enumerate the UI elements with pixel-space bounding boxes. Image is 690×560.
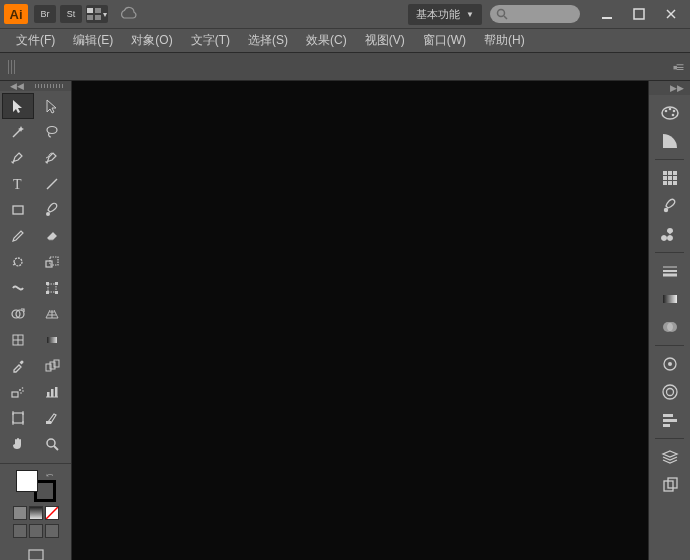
workspace-label: 基本功能 <box>416 7 460 22</box>
menu-window[interactable]: 窗口(W) <box>415 29 474 52</box>
mesh-tool[interactable] <box>2 327 34 353</box>
zoom-tool[interactable] <box>36 431 68 457</box>
menu-edit[interactable]: 编辑(E) <box>65 29 121 52</box>
close-button[interactable] <box>656 4 686 24</box>
stroke-panel-icon[interactable] <box>649 257 690 285</box>
menu-effect[interactable]: 效果(C) <box>298 29 355 52</box>
toolbox-collapse[interactable]: ◀◀ <box>0 81 71 91</box>
hand-tool[interactable] <box>2 431 34 457</box>
control-bar-handle[interactable] <box>8 60 16 74</box>
symbols-panel-icon[interactable] <box>649 220 690 248</box>
minimize-button[interactable] <box>592 4 622 24</box>
menu-help[interactable]: 帮助(H) <box>476 29 533 52</box>
blend-tool[interactable] <box>36 353 68 379</box>
menu-select[interactable]: 选择(S) <box>240 29 296 52</box>
svg-rect-42 <box>13 413 23 423</box>
right-dock-expand[interactable]: ▶▶ <box>649 81 690 95</box>
rotate-tool[interactable] <box>2 249 34 275</box>
svg-rect-28 <box>47 337 57 343</box>
menu-view[interactable]: 视图(V) <box>357 29 413 52</box>
pen-tool[interactable] <box>2 145 34 171</box>
direct-selection-tool[interactable] <box>36 93 68 119</box>
svg-rect-59 <box>673 171 677 175</box>
type-tool[interactable]: T <box>2 171 34 197</box>
svg-point-74 <box>668 362 672 366</box>
sync-settings-icon[interactable] <box>120 6 138 23</box>
scale-tool[interactable] <box>36 249 68 275</box>
curvature-pen-tool[interactable] <box>36 145 68 171</box>
svg-rect-39 <box>51 389 54 397</box>
fill-swatch[interactable] <box>16 470 38 492</box>
svg-rect-38 <box>47 392 50 397</box>
menu-file[interactable]: 文件(F) <box>8 29 63 52</box>
rectangle-tool[interactable] <box>2 197 34 223</box>
menubar: 文件(F) 编辑(E) 对象(O) 文字(T) 选择(S) 效果(C) 视图(V… <box>0 29 690 53</box>
draw-behind-button[interactable] <box>29 524 43 538</box>
shape-builder-tool[interactable] <box>2 301 34 327</box>
svg-point-55 <box>672 110 675 113</box>
app-logo: Ai <box>4 4 28 24</box>
screen-mode-button[interactable] <box>22 544 50 560</box>
draw-inside-button[interactable] <box>45 524 59 538</box>
brushes-panel-icon[interactable] <box>649 192 690 220</box>
pencil-tool[interactable] <box>2 223 34 249</box>
color-mode-button[interactable] <box>13 506 27 520</box>
canvas[interactable] <box>72 81 648 560</box>
control-bar: ▪≡ <box>0 53 690 81</box>
none-mode-button[interactable] <box>45 506 59 520</box>
gradient-panel-icon[interactable] <box>649 285 690 313</box>
svg-rect-31 <box>50 362 55 369</box>
svg-point-29 <box>21 361 24 364</box>
svg-point-36 <box>22 390 24 392</box>
artboards-panel-icon[interactable] <box>649 471 690 499</box>
svg-line-5 <box>504 16 507 19</box>
paintbrush-tool[interactable] <box>36 197 68 223</box>
menu-object[interactable]: 对象(O) <box>123 29 180 52</box>
svg-rect-78 <box>663 419 677 422</box>
toolbox: ◀◀ T <box>0 81 72 560</box>
graphic-styles-panel-icon[interactable] <box>649 378 690 406</box>
svg-text:T: T <box>13 177 22 192</box>
stock-button[interactable]: St <box>60 5 82 23</box>
gradient-mode-button[interactable] <box>29 506 43 520</box>
workspace-dropdown[interactable]: 基本功能 ▼ <box>408 4 482 25</box>
svg-rect-40 <box>55 387 58 397</box>
swatches-panel-icon[interactable] <box>649 164 690 192</box>
svg-rect-62 <box>673 176 677 180</box>
color-panel-icon[interactable] <box>649 99 690 127</box>
eyedropper-tool[interactable] <box>2 353 34 379</box>
arrange-documents-button[interactable]: ▾ <box>86 5 108 23</box>
symbol-sprayer-tool[interactable] <box>2 379 34 405</box>
line-segment-tool[interactable] <box>36 171 68 197</box>
selection-tool[interactable] <box>2 93 34 119</box>
draw-normal-button[interactable] <box>13 524 27 538</box>
appearance-panel-icon[interactable] <box>649 350 690 378</box>
menu-type[interactable]: 文字(T) <box>183 29 238 52</box>
swap-fill-stroke-icon[interactable]: ⤺ <box>46 470 54 480</box>
gradient-tool[interactable] <box>36 327 68 353</box>
lasso-tool[interactable] <box>36 119 68 145</box>
svg-point-56 <box>671 114 674 117</box>
artboard-tool[interactable] <box>2 405 34 431</box>
svg-point-37 <box>20 392 22 394</box>
transparency-panel-icon[interactable] <box>649 313 690 341</box>
width-tool[interactable] <box>2 275 34 301</box>
titlebar: Ai Br St ▾ 基本功能 ▼ <box>0 0 690 29</box>
bridge-button[interactable]: Br <box>34 5 56 23</box>
search-input[interactable] <box>490 5 580 23</box>
slice-tool[interactable] <box>36 405 68 431</box>
perspective-grid-tool[interactable] <box>36 301 68 327</box>
eraser-tool[interactable] <box>36 223 68 249</box>
control-bar-menu-icon[interactable]: ▪≡ <box>673 59 682 75</box>
svg-point-15 <box>46 212 50 216</box>
maximize-button[interactable] <box>624 4 654 24</box>
color-guide-panel-icon[interactable] <box>649 127 690 155</box>
align-panel-icon[interactable] <box>649 406 690 434</box>
layers-panel-icon[interactable] <box>649 443 690 471</box>
column-graph-tool[interactable] <box>36 379 68 405</box>
magic-wand-tool[interactable] <box>2 119 34 145</box>
svg-point-54 <box>668 108 671 111</box>
svg-rect-77 <box>663 414 673 417</box>
svg-line-10 <box>13 129 21 137</box>
free-transform-tool[interactable] <box>36 275 68 301</box>
